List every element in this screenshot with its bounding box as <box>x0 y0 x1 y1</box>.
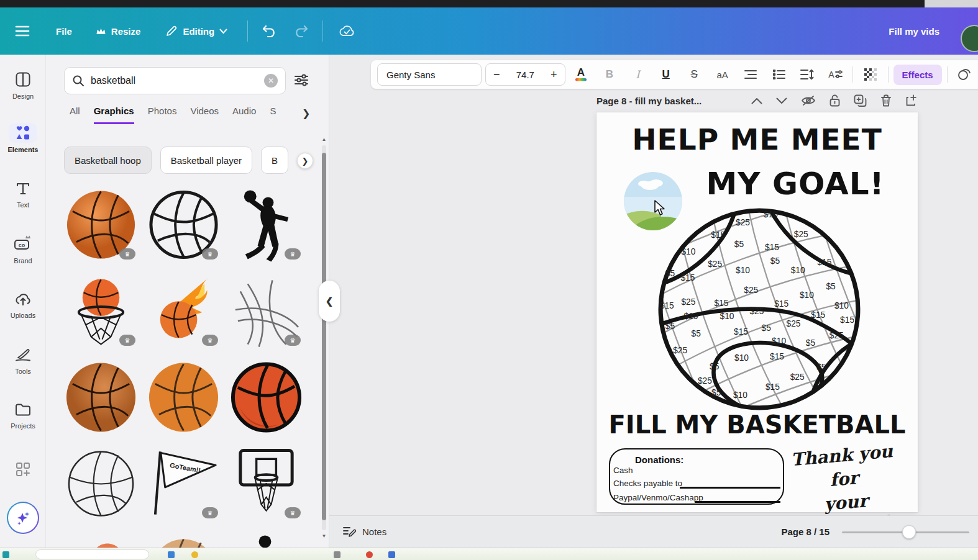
list-button[interactable] <box>767 63 791 86</box>
tab-graphics[interactable]: Graphics <box>94 106 134 124</box>
chip-cut[interactable]: B <box>261 147 288 174</box>
line-spacing-button[interactable] <box>795 63 819 86</box>
taskbar-app-icon[interactable] <box>366 551 373 558</box>
clear-search-icon[interactable]: ✕ <box>264 74 278 88</box>
search-input[interactable] <box>91 75 258 86</box>
result-thumbnail-basketball-in-hoop[interactable]: ♛ <box>64 273 138 350</box>
avatar[interactable] <box>961 25 978 52</box>
file-menu-button[interactable]: File <box>56 26 72 37</box>
sidebar-item-projects[interactable]: Projects <box>0 400 46 430</box>
result-thumbnail-basketball-flat[interactable] <box>147 359 221 436</box>
editing-mode-dropdown[interactable]: Editing <box>165 25 227 37</box>
donation-amount-label: $15 <box>765 382 780 392</box>
transparency-button[interactable] <box>858 63 882 86</box>
filter-settings-icon[interactable] <box>293 72 309 91</box>
result-thumbnail-basketball-backboard[interactable]: ♛ <box>229 445 303 522</box>
result-thumbnail-basketball-brown[interactable] <box>64 359 138 436</box>
undo-button[interactable] <box>262 24 278 38</box>
chips-scroll-chevron-icon[interactable]: ❯ <box>297 153 313 169</box>
fundraiser-basketball-graphic[interactable]: $10$25$15$25$5$15$10$5$15$25$10$10$5$15$… <box>657 207 862 412</box>
alignment-button[interactable] <box>738 63 762 86</box>
result-thumbnail-sketch-basketball[interactable]: ♛ <box>229 273 303 350</box>
chip-basketball-player[interactable]: Basketball player <box>160 147 252 174</box>
taskbar-app-icon[interactable] <box>2 551 9 558</box>
font-size-stepper[interactable]: − 74.7 + <box>485 63 565 86</box>
lock-page-icon[interactable] <box>829 94 840 107</box>
zoom-slider-knob[interactable] <box>902 525 916 539</box>
notes-button[interactable]: Notes <box>343 526 386 538</box>
canvas-title-line1[interactable]: HELP ME MEET <box>596 122 918 156</box>
move-page-up-icon[interactable] <box>751 97 762 104</box>
result-thumbnail-go-team-pennant[interactable]: GoTeam!!♛ <box>147 445 221 522</box>
scroll-up-icon[interactable]: ▲ <box>321 137 327 142</box>
result-thumbnail-basketball-outline[interactable]: ♛ <box>147 186 221 263</box>
sidebar-item-brand[interactable]: co Brand <box>0 233 46 264</box>
search-bar[interactable]: ✕ <box>64 67 286 94</box>
result-thumbnail-dunking-player[interactable]: ♛ <box>229 186 303 263</box>
hide-page-icon[interactable] <box>801 95 816 106</box>
chip-basketball-hoop[interactable]: Basketball hoop <box>64 147 152 174</box>
result-thumbnail-dribbling-player[interactable] <box>229 531 303 548</box>
project-name[interactable]: Fill my vids <box>889 26 939 37</box>
result-thumbnail-splash-basketball[interactable] <box>64 531 138 548</box>
scroll-down-icon[interactable]: ▼ <box>321 533 327 539</box>
splash-basketball-image <box>64 531 138 548</box>
result-thumbnail-basketball-realistic[interactable]: ♛ <box>64 186 138 263</box>
taskbar-search-field[interactable] <box>35 549 149 559</box>
taskbar-app-icon[interactable] <box>168 551 175 558</box>
font-family-selector[interactable]: Genty Sans <box>377 63 482 86</box>
canvas-title-line2[interactable]: MY GOAL! <box>690 166 901 202</box>
zoom-slider[interactable] <box>842 525 969 539</box>
position-button[interactable] <box>953 63 977 86</box>
delete-page-icon[interactable] <box>880 94 892 107</box>
underline-button[interactable]: U <box>654 63 678 86</box>
result-thumbnail-vintage-basketball[interactable] <box>147 531 221 548</box>
donations-box[interactable]: Donations: Cash Checks payable to Paypal… <box>609 448 784 505</box>
text-case-button[interactable]: aA <box>710 63 734 86</box>
resize-button[interactable]: Resize <box>96 26 141 37</box>
sidebar-item-text[interactable]: Text <box>0 179 46 209</box>
taskbar-app-icon[interactable] <box>334 551 340 558</box>
letter-spacing-button[interactable]: A <box>823 63 848 86</box>
main-menu-button[interactable] <box>15 25 30 37</box>
donation-amount-label: $5 <box>770 256 780 266</box>
result-thumbnail-basketball-lineart[interactable] <box>64 445 138 522</box>
magic-assistant-button[interactable] <box>7 502 39 534</box>
result-thumbnail-flaming-basketball[interactable]: ♛ <box>147 273 221 350</box>
bold-button[interactable]: B <box>597 63 621 86</box>
scrollbar-thumb[interactable] <box>322 153 326 520</box>
strikethrough-button[interactable]: S <box>682 63 706 86</box>
result-thumbnail-basketball-cartoon[interactable] <box>229 359 303 436</box>
pro-crown-badge: ♛ <box>202 335 218 346</box>
sidebar-item-design[interactable]: Design <box>0 70 46 100</box>
sidebar-item-uploads[interactable]: Uploads <box>0 289 46 319</box>
add-page-icon[interactable] <box>905 94 918 107</box>
tabs-scroll-chevron-icon[interactable]: ❯ <box>302 107 310 119</box>
text-color-button[interactable]: A <box>569 63 593 86</box>
panel-scrollbar[interactable]: ▲ ▼ <box>321 137 327 539</box>
sidebar-rail: Design Elements Text co Brand <box>0 55 46 548</box>
donations-title: Donations: <box>635 454 683 465</box>
crown-icon <box>96 27 106 35</box>
sidebar-item-elements[interactable]: Elements <box>0 123 46 153</box>
tab-photos[interactable]: Photos <box>148 106 177 124</box>
effects-button[interactable]: Effects <box>893 65 942 85</box>
sidebar-item-apps[interactable] <box>0 459 46 480</box>
taskbar-app-icon[interactable] <box>191 551 198 558</box>
move-page-down-icon[interactable] <box>776 97 787 104</box>
font-size-increase[interactable]: + <box>551 68 557 81</box>
italic-button[interactable]: I <box>626 63 650 86</box>
panel-collapse-button[interactable]: ❮ <box>319 281 340 322</box>
design-canvas-page[interactable]: HELP ME MEET MY GOAL! <box>596 112 918 512</box>
tab-more-cut[interactable]: S <box>270 106 276 124</box>
tab-all[interactable]: All <box>70 106 80 124</box>
tab-videos[interactable]: Videos <box>190 106 219 124</box>
redo-button[interactable] <box>293 24 309 38</box>
canvas-subtitle[interactable]: FILL MY BASKETBALL <box>596 410 918 439</box>
taskbar-app-icon[interactable] <box>388 551 395 558</box>
page-title[interactable]: Page 8 - fill my basket... <box>596 96 702 106</box>
sidebar-item-tools[interactable]: Tools <box>0 345 46 375</box>
font-size-decrease[interactable]: − <box>493 68 500 81</box>
duplicate-page-icon[interactable] <box>854 94 867 107</box>
tab-audio[interactable]: Audio <box>232 106 256 124</box>
